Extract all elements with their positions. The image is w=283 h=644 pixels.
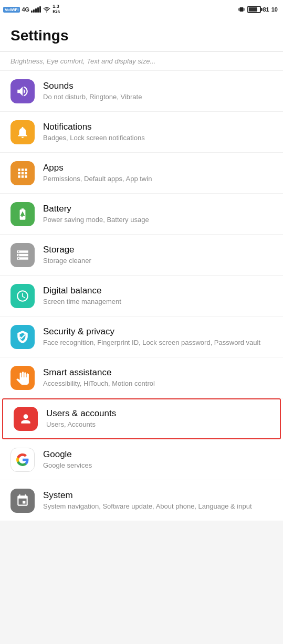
security-subtitle: Face recognition, Fingerprint ID, Lock s… xyxy=(43,339,272,347)
time-display: 10 xyxy=(271,6,278,13)
google-title: Google xyxy=(43,449,272,460)
settings-list: Sounds Do not disturb, Ringtone, Vibrate… xyxy=(0,71,283,521)
sounds-text: Sounds Do not disturb, Ringtone, Vibrate xyxy=(43,81,272,102)
network-type: 4G xyxy=(22,6,29,13)
system-title: System xyxy=(43,490,272,501)
status-right: 81 10 xyxy=(238,6,278,13)
users-accounts-text: Users & accounts Users, Accounts xyxy=(46,408,269,429)
apps-title: Apps xyxy=(43,163,272,173)
smart-assistance-subtitle: Accessibility, HiTouch, Motion control xyxy=(43,379,272,388)
settings-item-notifications[interactable]: Notifications Badges, Lock screen notifi… xyxy=(0,112,283,153)
system-subtitle: System navigation, Software update, Abou… xyxy=(43,502,272,511)
settings-item-apps[interactable]: Apps Permissions, Default apps, App twin xyxy=(0,153,283,194)
security-icon-bg xyxy=(11,325,35,349)
status-bar: VoWiFi 4G 1.3K/s 81 10 xyxy=(0,0,283,19)
sounds-title: Sounds xyxy=(43,81,272,91)
apps-icon xyxy=(16,166,29,180)
settings-item-users-accounts[interactable]: Users & accounts Users, Accounts xyxy=(2,398,281,439)
notifications-text: Notifications Badges, Lock screen notifi… xyxy=(43,122,272,143)
wifi-icon xyxy=(43,6,51,13)
smart-assistance-title: Smart assistance xyxy=(43,367,272,378)
storage-title: Storage xyxy=(43,245,272,255)
storage-text: Storage Storage cleaner xyxy=(43,245,272,266)
apps-subtitle: Permissions, Default apps, App twin xyxy=(43,175,272,184)
vowifi-indicator: VoWiFi xyxy=(3,7,20,13)
smart-assistance-icon-bg xyxy=(11,366,35,390)
settings-item-storage[interactable]: Storage Storage cleaner xyxy=(0,235,283,276)
settings-item-digital-balance[interactable]: Digital balance Screen time management xyxy=(0,276,283,316)
page-title: Settings xyxy=(11,27,272,44)
notifications-icon xyxy=(16,125,29,139)
network-speed: 1.3K/s xyxy=(53,4,60,15)
battery-icon-bg xyxy=(11,202,35,226)
sounds-subtitle: Do not disturb, Ringtone, Vibrate xyxy=(43,93,272,102)
page-title-bar: Settings xyxy=(0,19,283,52)
smart-assistance-icon xyxy=(16,371,29,385)
truncated-text: Brightness, Eye comfort, Text and displa… xyxy=(11,57,155,65)
users-icon-bg xyxy=(14,407,38,431)
notifications-subtitle: Badges, Lock screen notifications xyxy=(43,134,272,143)
google-text: Google Google services xyxy=(43,449,272,470)
security-text: Security & privacy Face recognition, Fin… xyxy=(43,326,272,347)
digital-balance-subtitle: Screen time management xyxy=(43,298,272,307)
settings-item-sounds[interactable]: Sounds Do not disturb, Ringtone, Vibrate xyxy=(0,71,283,112)
digital-balance-icon-bg xyxy=(11,284,35,308)
battery-status xyxy=(247,6,261,13)
truncated-display-item: Brightness, Eye comfort, Text and displa… xyxy=(0,52,283,71)
settings-item-security[interactable]: Security & privacy Face recognition, Fin… xyxy=(0,316,283,357)
smart-assistance-text: Smart assistance Accessibility, HiTouch,… xyxy=(43,367,272,388)
sounds-icon-bg xyxy=(11,79,35,103)
settings-item-system[interactable]: System System navigation, Software updat… xyxy=(0,480,283,521)
notifications-title: Notifications xyxy=(43,122,272,132)
users-accounts-title: Users & accounts xyxy=(46,408,269,419)
google-subtitle: Google services xyxy=(43,461,272,470)
settings-item-google[interactable]: Google Google services xyxy=(0,439,283,480)
battery-text: Battery Power saving mode, Battery usage xyxy=(43,204,272,225)
settings-item-battery[interactable]: Battery Power saving mode, Battery usage xyxy=(0,194,283,235)
battery-subtitle: Power saving mode, Battery usage xyxy=(43,216,272,225)
apps-icon-bg xyxy=(11,161,35,185)
apps-text: Apps Permissions, Default apps, App twin xyxy=(43,163,272,184)
sounds-icon xyxy=(16,85,29,98)
status-left: VoWiFi 4G 1.3K/s xyxy=(3,4,60,15)
google-icon xyxy=(16,453,29,467)
users-accounts-icon xyxy=(19,412,33,426)
system-text: System System navigation, Software updat… xyxy=(43,490,272,511)
storage-icon-bg xyxy=(11,243,35,267)
system-icon-bg xyxy=(11,489,35,513)
users-accounts-subtitle: Users, Accounts xyxy=(46,420,269,429)
digital-balance-icon xyxy=(16,289,29,303)
notifications-icon-bg xyxy=(11,120,35,144)
storage-subtitle: Storage cleaner xyxy=(43,257,272,266)
vibrate-icon xyxy=(238,6,245,13)
google-icon-bg xyxy=(11,448,35,472)
battery-title: Battery xyxy=(43,204,272,214)
battery-settings-icon xyxy=(16,207,29,221)
system-icon xyxy=(16,494,29,508)
signal-bars xyxy=(31,6,41,13)
security-title: Security & privacy xyxy=(43,326,272,337)
settings-item-smart-assistance[interactable]: Smart assistance Accessibility, HiTouch,… xyxy=(0,357,283,398)
storage-icon xyxy=(16,248,29,262)
security-icon xyxy=(16,330,29,344)
battery-percent: 81 xyxy=(263,6,269,13)
digital-balance-title: Digital balance xyxy=(43,286,272,296)
digital-balance-text: Digital balance Screen time management xyxy=(43,286,272,307)
